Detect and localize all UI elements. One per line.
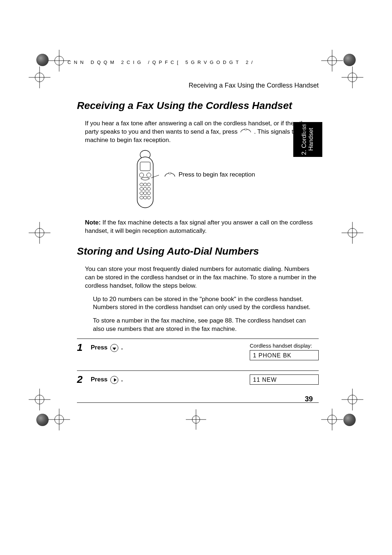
step-row: 1Press .Cordless handset display:1 PHONE… <box>77 339 319 370</box>
print-disc <box>343 414 356 426</box>
svg-point-6 <box>140 183 143 186</box>
fax-key-icon <box>240 128 252 136</box>
step-display-column: Cordless handset display:1 PHONE BK <box>250 343 319 360</box>
svg-point-8 <box>147 183 151 186</box>
step-instruction: Press . <box>91 343 245 352</box>
content-column: Receiving a Fax Using the Cordless Hands… <box>77 100 319 403</box>
svg-rect-3 <box>140 162 150 171</box>
right-arrow-button-icon <box>110 376 118 384</box>
print-disc <box>343 54 356 66</box>
registration-mark-icon <box>35 73 44 82</box>
registration-mark-icon <box>35 395 44 404</box>
svg-point-15 <box>140 196 143 199</box>
registration-mark-icon <box>327 56 337 65</box>
print-disc <box>36 54 49 66</box>
step-number: 2 <box>77 374 86 385</box>
section-title: Receiving a Fax Using the Cordless Hands… <box>77 100 319 112</box>
svg-rect-19 <box>169 172 171 174</box>
cordless-handset-icon <box>131 150 160 211</box>
svg-point-5 <box>147 173 151 177</box>
down-arrow-button-icon <box>110 344 118 352</box>
registration-mark-icon <box>54 415 64 424</box>
step-display-column: 11 NEW <box>250 374 319 385</box>
svg-point-16 <box>143 196 147 199</box>
body-paragraph: Up to 20 numbers can be stored in the "p… <box>93 295 319 312</box>
registration-mark-icon <box>348 228 357 238</box>
svg-rect-0 <box>245 129 247 130</box>
handset-illustration: Press to begin fax reception <box>77 150 319 215</box>
svg-point-9 <box>140 187 143 190</box>
note-paragraph: Note: If the fax machine detects a fax s… <box>85 219 319 235</box>
svg-point-7 <box>143 183 147 186</box>
svg-point-14 <box>147 192 151 195</box>
body-paragraph: You can store your most frequently diale… <box>85 265 319 290</box>
svg-point-11 <box>147 187 151 190</box>
step-instruction: Press . <box>91 374 245 384</box>
section-title: Storing and Using Auto-Dial Numbers <box>77 246 319 257</box>
header-cipher-text: CNN DQQM 2CIG /QPFC[ 5GRVGODGT 2/ <box>68 60 256 65</box>
svg-point-10 <box>143 187 147 190</box>
registration-mark-icon <box>35 228 44 238</box>
page-number: 39 <box>305 395 313 403</box>
fax-key-icon <box>164 172 176 178</box>
handset-display-readout: 11 NEW <box>250 374 319 385</box>
step-row: 2Press .11 NEW <box>77 370 319 402</box>
svg-point-4 <box>139 173 144 177</box>
svg-point-17 <box>147 196 151 199</box>
handset-display-readout: 1 PHONE BK <box>250 350 319 360</box>
svg-point-12 <box>140 192 143 195</box>
registration-mark-icon <box>192 416 200 424</box>
fax-key-caption: Press to begin fax reception <box>179 171 255 179</box>
running-head: Receiving a Fax Using the Cordless Hands… <box>189 82 319 89</box>
body-paragraph: To store a number in the fax machine, se… <box>93 317 319 333</box>
print-disc <box>36 414 49 426</box>
registration-mark-icon <box>348 395 357 404</box>
page: CNN DQQM 2CIG /QPFC[ 5GRVGODGT 2/ Receiv… <box>0 0 392 555</box>
registration-mark-icon <box>327 415 337 424</box>
body-paragraph: If you hear a fax tone after answering a… <box>85 119 319 145</box>
display-label: Cordless handset display: <box>250 343 319 349</box>
steps-table: 1Press .Cordless handset display:1 PHONE… <box>77 339 319 403</box>
svg-point-13 <box>143 192 147 195</box>
registration-mark-icon <box>54 56 64 65</box>
registration-mark-icon <box>348 73 357 82</box>
step-number: 1 <box>77 343 86 353</box>
